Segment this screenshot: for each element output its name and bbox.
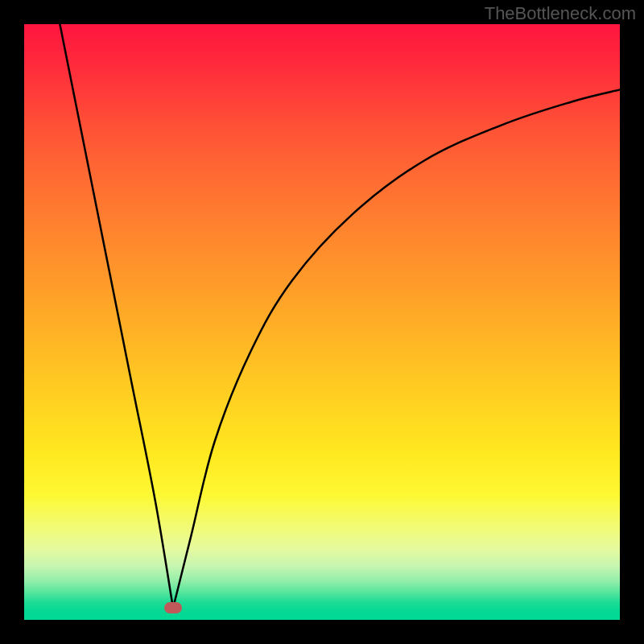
curve-right-branch (173, 89, 620, 608)
attribution-text: TheBottleneck.com (485, 3, 636, 24)
bottleneck-curve (24, 24, 620, 620)
chart-frame: TheBottleneck.com (0, 0, 644, 644)
plot-area (24, 24, 620, 620)
optimum-marker (164, 602, 182, 613)
curve-left-branch (60, 24, 173, 608)
